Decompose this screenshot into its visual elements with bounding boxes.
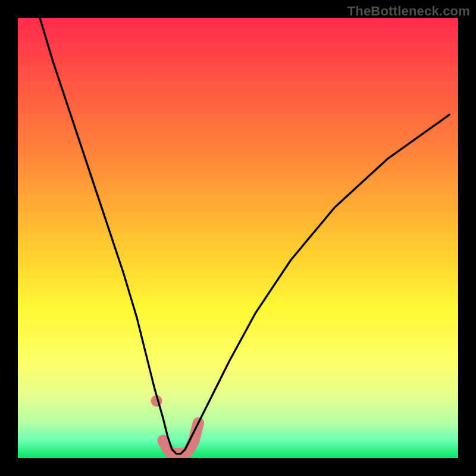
curve-layer <box>18 18 458 458</box>
plot-area <box>18 18 458 458</box>
bottleneck-curve <box>40 18 449 454</box>
chart-frame: TheBottleneck.com <box>0 0 476 476</box>
watermark-text: TheBottleneck.com <box>347 4 470 19</box>
